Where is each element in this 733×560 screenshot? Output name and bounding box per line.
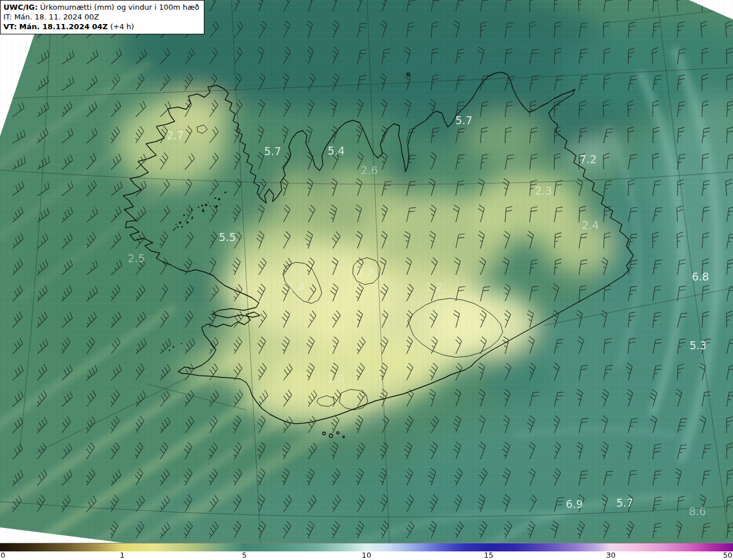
colorbar-tick-label: 10 [362, 551, 372, 559]
map-value-label: 6.9 [566, 498, 583, 510]
colorbar-tick-label: 5 [242, 551, 247, 559]
map-value-label: 5.5 [219, 231, 236, 243]
colorbar-gradient [0, 543, 733, 551]
map-value-label: 5.3 [689, 339, 707, 352]
map-value-label: 7.2 [580, 153, 597, 165]
map-value-label: 5.7 [264, 145, 281, 157]
map-value-label: 2.5 [128, 252, 145, 265]
map-value-label: 2.4 [582, 219, 599, 231]
colorbar-tick-label: 15 [484, 551, 494, 559]
init-label: IT: [3, 13, 12, 21]
colorbar-tick-label: 50 [723, 551, 732, 559]
map-value-label: 8.6 [689, 505, 706, 518]
colorbar-tick-labels: 01510153050 [0, 551, 733, 560]
map-value-label: 6.8 [692, 270, 709, 283]
title-line-product: UWC/IG: Úrkomumætti (mm) og vindur i 100… [3, 2, 199, 12]
map-value-label: 1.4 [287, 281, 305, 293]
colorbar-tick-label: 30 [606, 551, 616, 559]
map-value-label: 5.7 [616, 496, 633, 509]
colorbar-tick-label: 1 [120, 551, 124, 559]
map-canvas: 2.75.75.45.77.22.32.45.52.52.61.41.31.21… [0, 0, 733, 543]
map-value-label: 5.4 [328, 144, 345, 157]
title-line-valid: VT: Mán. 18.11.2024 04Z (+4 h) [3, 22, 199, 31]
init-time: Mán. 18. 11. 2024 00Z [14, 13, 99, 21]
map-value-label: 2.7 [167, 129, 184, 141]
map-value-label: 2.3 [535, 184, 552, 197]
map-value-label: 5.7 [455, 114, 472, 127]
colorbar-tick-label: 0 [1, 551, 5, 559]
map-value-label: 1.8 [327, 372, 344, 385]
product-label: UWC/IG: [3, 3, 38, 11]
valid-time: Mán. 18.11.2024 04Z [19, 22, 108, 31]
title-line-init: IT: Mán. 18. 11. 2024 00Z [3, 12, 199, 22]
valid-offset: (+4 h) [110, 22, 134, 31]
map-value-label: 1.3 [357, 265, 374, 278]
valid-label: VT: [3, 22, 17, 31]
weather-map-figure: 2.75.75.45.77.22.32.45.52.52.61.41.31.21… [0, 0, 733, 560]
product-title: Úrkomumætti (mm) og vindur i 100m hæð [40, 3, 199, 11]
colorbar: 01510153050 [0, 543, 733, 560]
map-value-label: 1.2 [425, 281, 443, 293]
title-box: UWC/IG: Úrkomumætti (mm) og vindur i 100… [0, 0, 204, 34]
map-value-label: 2.6 [361, 164, 378, 176]
